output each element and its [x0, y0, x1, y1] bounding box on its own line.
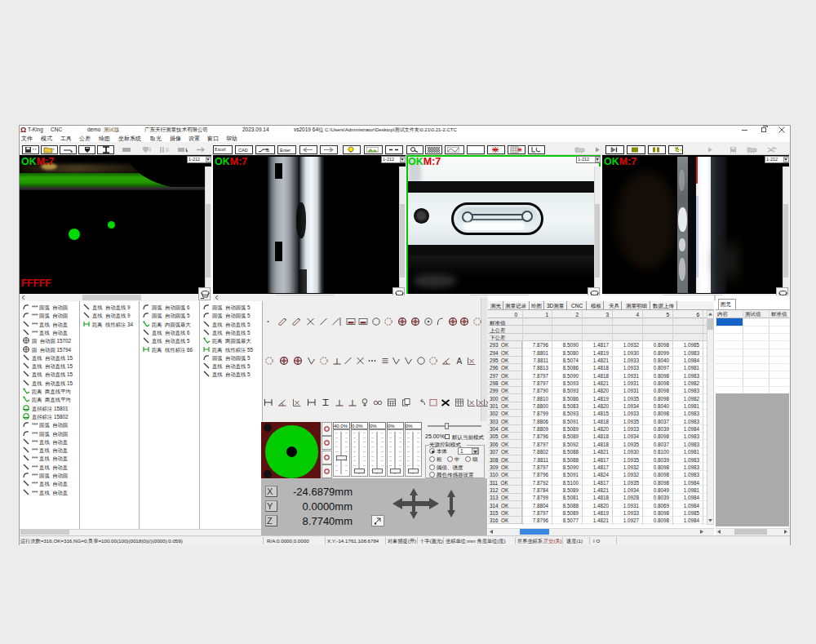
- svg-text:Y: Y: [267, 501, 273, 511]
- svg-text:B: B: [266, 148, 269, 153]
- svg-text:Z: Z: [267, 516, 273, 526]
- svg-text:X: X: [267, 486, 273, 496]
